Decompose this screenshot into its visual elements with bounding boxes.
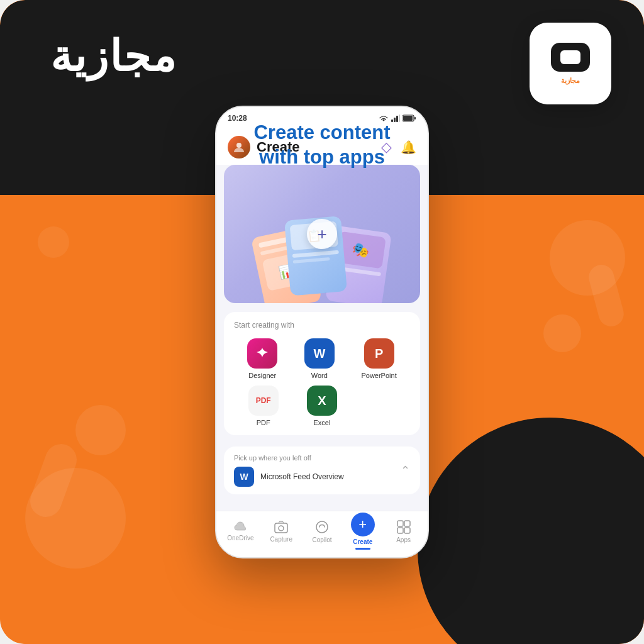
svg-rect-12 [397, 528, 403, 533]
recent-item[interactable]: W Microsoft Feed Overview [234, 467, 401, 487]
logo-arabic-text: مجازية [50, 31, 177, 81]
nav-create-label: Create [353, 538, 372, 545]
phone-interior: 10:28 [216, 107, 428, 557]
recent-label: Pick up where you left off [234, 454, 401, 462]
word-icon: W [304, 338, 335, 369]
nav-active-indicator [355, 548, 370, 550]
main-container: مجازية مجازية Create content with top ap… [0, 0, 644, 644]
recent-doc-icon: W [234, 467, 254, 487]
badge-brand-text: مجازية [561, 77, 580, 85]
recent-content: Pick up where you left off W Microsoft F… [234, 454, 401, 487]
placeholder-icon [365, 386, 396, 416]
nav-item-copilot[interactable]: Copilot [304, 519, 340, 543]
svg-rect-11 [404, 521, 410, 526]
phone-top-text: Create content with top apps [209, 121, 435, 170]
hero-banner: 📊 📋 [224, 165, 420, 303]
designer-label: Designer [248, 372, 276, 379]
apps-section: Start creating with Designer W [224, 312, 420, 435]
powerpoint-icon: P [364, 338, 394, 369]
nav-apps-label: Apps [396, 536, 411, 543]
svg-point-9 [279, 526, 284, 531]
recent-text: Microsoft Feed Overview [260, 472, 344, 481]
deco-circle-4 [543, 314, 581, 352]
brand-inner-shape [560, 50, 580, 64]
hero-title-line1: Create content [209, 121, 435, 145]
svg-rect-10 [397, 521, 403, 526]
app-item-designer[interactable]: Designer [247, 338, 277, 379]
nav-item-create[interactable]: + Create [345, 513, 380, 550]
copilot-icon [314, 519, 330, 535]
svg-rect-5 [403, 116, 413, 121]
svg-rect-13 [404, 528, 410, 533]
apps-row-1: Designer W Word P PowerPoint [234, 338, 410, 379]
recent-section: Pick up where you left off W Microsoft F… [224, 447, 420, 494]
nav-copilot-label: Copilot [312, 536, 331, 543]
apps-section-label: Start creating with [234, 321, 410, 330]
pdf-icon: PDF [248, 386, 279, 416]
designer-icon [247, 338, 277, 369]
powerpoint-label: PowerPoint [361, 372, 396, 379]
app-item-excel[interactable]: X Excel [307, 386, 337, 426]
brand-badge: مجازية [530, 23, 611, 104]
nav-item-apps[interactable]: Apps [386, 519, 421, 543]
pdf-label: PDF [257, 419, 270, 426]
deco-circle-2 [75, 405, 126, 455]
hero-title-line2: with top apps [209, 145, 435, 170]
excel-label: Excel [314, 419, 331, 426]
capture-icon [274, 520, 289, 534]
onedrive-icon [233, 521, 248, 533]
nav-item-onedrive[interactable]: OneDrive [223, 521, 258, 541]
app-item-word[interactable]: W Word [304, 338, 335, 379]
nav-onedrive-label: OneDrive [227, 535, 253, 541]
app-item-powerpoint[interactable]: P PowerPoint [361, 338, 396, 379]
app-item-pdf[interactable]: PDF PDF [248, 386, 279, 426]
logo-area: مجازية [50, 31, 177, 81]
svg-rect-6 [414, 117, 416, 119]
apps-row-2: PDF PDF X Excel [234, 386, 410, 426]
recent-chevron-icon[interactable]: ⌃ [401, 464, 410, 477]
create-icon: + [351, 513, 375, 536]
bottom-nav: OneDrive Capture [216, 511, 428, 557]
phone-mockup: 10:28 [215, 106, 429, 558]
excel-icon: X [307, 386, 337, 416]
nav-capture-label: Capture [270, 536, 292, 543]
deco-circle-5 [38, 226, 69, 258]
brand-icon [551, 43, 590, 72]
hero-plus-button[interactable]: + [307, 219, 337, 249]
nav-item-capture[interactable]: Capture [264, 520, 299, 543]
word-label: Word [311, 372, 328, 379]
apps-nav-icon [396, 519, 411, 535]
